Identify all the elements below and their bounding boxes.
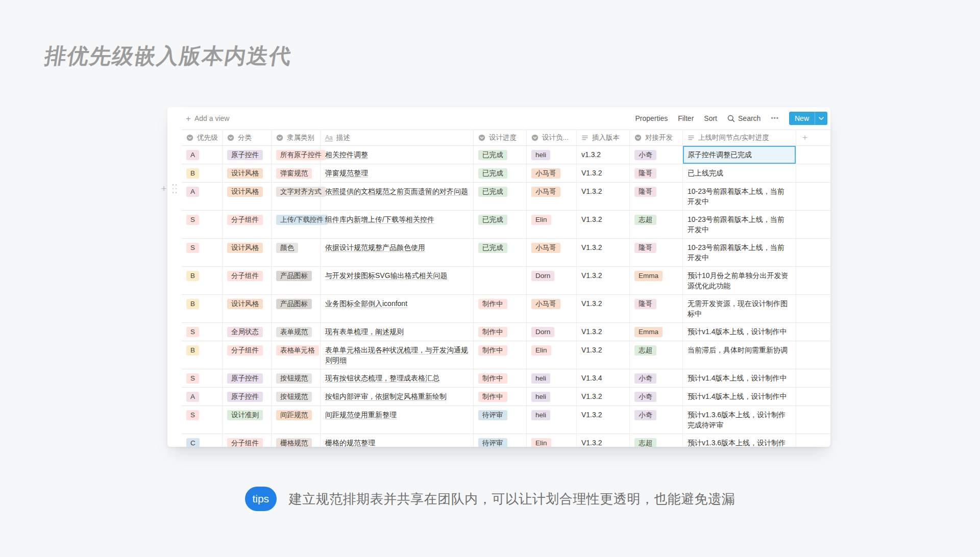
version-cell[interactable]: V1.3.2: [577, 211, 630, 238]
category-cell[interactable]: 设计风格: [223, 164, 272, 182]
description-cell[interactable]: 现有按钮状态梳理，整理成表格汇总: [321, 369, 474, 387]
subcategory-cell[interactable]: 上传/下载控件: [272, 211, 321, 238]
drag-handle-icon[interactable]: [172, 183, 178, 194]
timeline-cell[interactable]: 已上线完成: [683, 164, 796, 182]
category-cell[interactable]: 分子组件: [223, 211, 272, 238]
category-cell[interactable]: 设计风格: [223, 183, 272, 210]
developer-cell[interactable]: 小奇: [630, 388, 683, 406]
timeline-cell[interactable]: 原子控件调整已完成: [683, 146, 796, 164]
timeline-cell[interactable]: 预计10月份之前单独分出开发资源优化此功能: [683, 267, 796, 294]
chevron-down-icon[interactable]: [815, 112, 827, 125]
version-cell[interactable]: V1.3.2: [577, 239, 630, 266]
column-header[interactable]: 对接开发: [630, 130, 683, 145]
design-progress-cell[interactable]: 已完成: [474, 164, 527, 182]
priority-cell[interactable]: S: [182, 323, 223, 341]
designer-cell[interactable]: Dorn: [527, 323, 577, 341]
column-header[interactable]: 上线时间节点/实时进度: [683, 130, 796, 145]
priority-cell[interactable]: S: [182, 406, 223, 434]
description-cell[interactable]: 相关控件调整: [321, 146, 474, 164]
description-cell[interactable]: 弹窗规范整理: [321, 164, 474, 182]
design-progress-cell[interactable]: 制作中: [474, 341, 527, 369]
priority-cell[interactable]: B: [182, 267, 223, 294]
description-cell[interactable]: 栅格的规范整理: [321, 434, 474, 447]
priority-cell[interactable]: C: [182, 434, 223, 447]
priority-cell[interactable]: B: [182, 341, 223, 369]
version-cell[interactable]: V1.3.2: [577, 434, 630, 447]
version-cell[interactable]: V1.3.2: [577, 183, 630, 210]
subcategory-cell[interactable]: 栅格规范: [272, 434, 321, 447]
developer-cell[interactable]: 小奇: [630, 369, 683, 387]
column-header[interactable]: 优先级: [182, 130, 223, 145]
developer-cell[interactable]: 小奇: [630, 406, 683, 434]
priority-cell[interactable]: B: [182, 295, 223, 322]
subcategory-cell[interactable]: 表格单元格: [272, 341, 321, 369]
priority-cell[interactable]: A: [182, 388, 223, 406]
developer-cell[interactable]: 隆哥: [630, 295, 683, 322]
category-cell[interactable]: 分子组件: [223, 267, 272, 294]
priority-cell[interactable]: S: [182, 239, 223, 266]
new-button[interactable]: New: [789, 112, 827, 125]
version-cell[interactable]: V1.3.2: [577, 164, 630, 182]
subcategory-cell[interactable]: 按钮规范: [272, 369, 321, 387]
description-cell[interactable]: 按钮内部评审，依据制定风格重新绘制: [321, 388, 474, 406]
version-cell[interactable]: v1.3.2: [577, 146, 630, 164]
add-row-button[interactable]: +: [160, 184, 168, 194]
developer-cell[interactable]: 隆哥: [630, 183, 683, 210]
subcategory-cell[interactable]: 表单规范: [272, 323, 321, 341]
properties-button[interactable]: Properties: [635, 114, 668, 122]
category-cell[interactable]: 原子控件: [223, 388, 272, 406]
designer-cell[interactable]: Elin: [527, 434, 577, 447]
designer-cell[interactable]: heli: [527, 388, 577, 406]
subcategory-cell[interactable]: 弹窗规范: [272, 164, 321, 182]
timeline-cell[interactable]: 预计v1.4版本上线，设计制作中: [683, 388, 796, 406]
category-cell[interactable]: 全局状态: [223, 323, 272, 341]
timeline-cell[interactable]: 预计v1.4版本上线，设计制作中: [683, 369, 796, 387]
version-cell[interactable]: V1.3.2: [577, 295, 630, 322]
designer-cell[interactable]: Elin: [527, 211, 577, 238]
description-cell[interactable]: 组件库内新增上传/下载等相关控件: [321, 211, 474, 238]
description-cell[interactable]: 间距规范使用重新整理: [321, 406, 474, 434]
add-column-button[interactable]: +: [796, 130, 807, 145]
timeline-cell[interactable]: 无需开发资源，现在设计制作图标中: [683, 295, 796, 322]
design-progress-cell[interactable]: 已完成: [474, 239, 527, 266]
timeline-cell[interactable]: 当前滞后，具体时间需重新协调: [683, 341, 796, 369]
subcategory-cell[interactable]: 产品图标: [272, 295, 321, 322]
category-cell[interactable]: 分子组件: [223, 341, 272, 369]
search-button[interactable]: Search: [727, 114, 761, 122]
design-progress-cell[interactable]: 制作中: [474, 388, 527, 406]
design-progress-cell[interactable]: [474, 267, 527, 294]
developer-cell[interactable]: 志超: [630, 211, 683, 238]
description-cell[interactable]: 现有表单梳理，阐述规则: [321, 323, 474, 341]
developer-cell[interactable]: 隆哥: [630, 164, 683, 182]
category-cell[interactable]: 设计风格: [223, 295, 272, 322]
designer-cell[interactable]: Dorn: [527, 267, 577, 294]
priority-cell[interactable]: S: [182, 211, 223, 238]
timeline-cell[interactable]: 预计v1.4版本上线，设计制作中: [683, 323, 796, 341]
subcategory-cell[interactable]: 按钮规范: [272, 388, 321, 406]
design-progress-cell[interactable]: 已完成: [474, 211, 527, 238]
timeline-cell[interactable]: 10-23号前跟着版本上线，当前开发中: [683, 183, 796, 210]
column-header[interactable]: 插入版本: [577, 130, 630, 145]
column-header[interactable]: 隶属类别: [272, 130, 321, 145]
description-cell[interactable]: 与开发对接图标SVG输出格式相关问题: [321, 267, 474, 294]
more-options-button[interactable]: •••: [771, 115, 779, 122]
priority-cell[interactable]: S: [182, 369, 223, 387]
category-cell[interactable]: 原子控件: [223, 146, 272, 164]
priority-cell[interactable]: B: [182, 164, 223, 182]
design-progress-cell[interactable]: 制作中: [474, 295, 527, 322]
developer-cell[interactable]: Emma: [630, 267, 683, 294]
designer-cell[interactable]: 小马哥: [527, 164, 577, 182]
priority-cell[interactable]: A: [182, 146, 223, 164]
subcategory-cell[interactable]: 颜色: [272, 239, 321, 266]
design-progress-cell[interactable]: 待评审: [474, 434, 527, 447]
version-cell[interactable]: V1.3.2: [577, 341, 630, 369]
description-cell[interactable]: 业务图标全部倒入iconfont: [321, 295, 474, 322]
timeline-cell[interactable]: 10-23号前跟着版本上线，当前开发中: [683, 211, 796, 238]
description-cell[interactable]: 依照提供的文档规范之前页面遗留的对齐问题: [321, 183, 474, 210]
column-header[interactable]: 分类: [223, 130, 272, 145]
designer-cell[interactable]: Elin: [527, 341, 577, 369]
design-progress-cell[interactable]: 制作中: [474, 323, 527, 341]
description-cell[interactable]: 依据设计规范规整产品颜色使用: [321, 239, 474, 266]
designer-cell[interactable]: heli: [527, 146, 577, 164]
design-progress-cell[interactable]: 已完成: [474, 146, 527, 164]
